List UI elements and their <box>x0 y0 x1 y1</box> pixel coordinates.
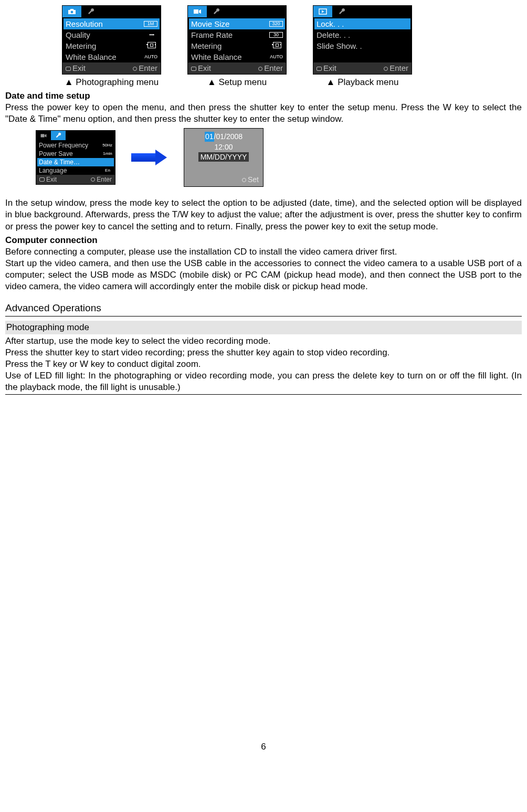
menu-label: Power Frequency <box>39 142 88 150</box>
power-icon <box>66 67 71 71</box>
exit-label: Exit <box>72 64 86 72</box>
menu-label: Slide Show. . <box>317 41 362 51</box>
menu-value: En <box>103 168 112 173</box>
dot-icon <box>384 67 388 71</box>
power-icon <box>39 177 45 182</box>
power-icon <box>191 67 196 71</box>
menu-item[interactable]: Power Frequency50Hz <box>37 141 114 150</box>
setup-menu-screen: Movie Size320 Frame Rate30 Metering Whit… <box>187 5 287 75</box>
menu-value: AUTO <box>270 54 283 60</box>
computer-connection-heading: Computer connection <box>5 235 522 246</box>
mode-paragraph-2: Press the shutter key to start video rec… <box>5 347 522 358</box>
menu-value: 30 <box>269 32 283 38</box>
menu-item[interactable]: Metering <box>189 40 285 51</box>
setup-menu-col: Movie Size320 Frame Rate30 Metering Whit… <box>187 5 287 88</box>
enter-label: Enter <box>139 64 157 72</box>
exit-label: Exit <box>323 64 336 72</box>
playback-menu-caption: Playback menu <box>326 77 399 88</box>
play-tab-icon <box>313 6 332 17</box>
metering-icon <box>146 42 157 50</box>
arrow-icon <box>131 150 168 165</box>
menu-item[interactable]: Frame Rate30 <box>189 29 285 40</box>
menu-value: 320 <box>269 21 283 27</box>
menu-item <box>314 51 410 62</box>
advanced-operations-heading: Advanced Operations <box>5 302 522 315</box>
datetime-paragraph: Press the power key to open the menu, an… <box>5 102 522 125</box>
video-tab-icon <box>36 131 51 140</box>
menu-item[interactable]: LanguageEn <box>37 166 114 175</box>
metering-icon <box>271 42 283 50</box>
menu-item[interactable]: White BalanceAUTO <box>189 51 285 62</box>
menu-item[interactable]: Date & Time… <box>37 158 114 166</box>
dot-icon <box>258 67 262 71</box>
mode-paragraph-4: Use of LED fill light: In the photograph… <box>5 370 522 393</box>
dt-time: 12:00 <box>184 142 263 152</box>
menu-label: Date & Time… <box>39 159 80 167</box>
setup-menu-caption: Setup menu <box>207 77 267 88</box>
enter-label: Enter <box>97 176 112 183</box>
dt-format: MM/DD/YYYY <box>198 152 249 162</box>
photographing-mode-heading: Photographing mode <box>5 321 522 334</box>
menu-label: Movie Size <box>191 19 229 29</box>
exit-label: Exit <box>198 64 211 72</box>
menu-label: Lock. . . <box>317 19 344 29</box>
menu-label: White Balance <box>191 52 242 62</box>
dot-icon <box>133 67 137 71</box>
datetime-illustration: Power Frequency50Hz Power Save1min Date … <box>36 128 522 187</box>
photo-menu-col: Resolution1M Quality▪▪▪ Metering White B… <box>62 5 161 88</box>
cc-paragraph-1: Before connecting a computer, please use… <box>5 246 522 258</box>
playback-menu-col: Lock. . . Delete. . . Slide Show. . Exit… <box>313 5 412 88</box>
wrench-tab-icon <box>81 6 100 17</box>
menu-label: Frame Rate <box>191 30 233 40</box>
enter-label: Enter <box>264 64 283 72</box>
datetime-heading: Date and time setup <box>5 90 522 102</box>
wrench-tab-icon <box>51 131 66 140</box>
enter-label: Enter <box>389 64 408 72</box>
top-menu-row: Resolution1M Quality▪▪▪ Metering White B… <box>62 5 522 88</box>
menu-label: Resolution <box>66 19 103 29</box>
wrench-tab-icon <box>207 6 226 17</box>
svg-point-0 <box>71 11 73 14</box>
set-label: Set <box>248 175 259 184</box>
photo-menu-caption: Photographing menu <box>65 77 159 88</box>
svg-rect-3 <box>41 134 45 137</box>
setup-window-paragraph: In the setup window, press the mode key … <box>5 197 522 232</box>
menu-footer: Exit Enter <box>62 62 161 74</box>
menu-item[interactable]: Delete. . . <box>314 29 410 40</box>
menu-label: Power Save <box>39 150 73 159</box>
dot-icon <box>91 177 95 182</box>
menu-label: Delete. . . <box>317 30 350 40</box>
quality-icon: ▪▪▪ <box>146 32 157 38</box>
menu-footer: Exit Enter <box>188 62 286 74</box>
dt-month[interactable]: 01 <box>205 132 214 141</box>
menu-footer: Exit Enter <box>313 62 412 74</box>
playback-menu-screen: Lock. . . Delete. . . Slide Show. . Exit… <box>313 5 412 75</box>
menu-label: White Balance <box>66 52 117 62</box>
divider <box>5 316 522 317</box>
video-tab-icon <box>188 6 207 17</box>
menu-item[interactable]: Resolution1M <box>64 18 160 29</box>
menu-item[interactable]: Power Save1min <box>37 150 114 158</box>
menu-item[interactable]: Slide Show. . <box>314 40 410 51</box>
menu-value: 1min <box>103 151 112 156</box>
menu-item[interactable]: Quality▪▪▪ <box>64 29 160 40</box>
menu-value: AUTO <box>144 54 157 60</box>
menu-label: Language <box>39 167 67 175</box>
menu-item[interactable]: Metering <box>64 40 160 51</box>
menu-item[interactable]: Movie Size320 <box>189 18 285 29</box>
mode-paragraph-3: Press the T key or W key to conduct digi… <box>5 358 522 370</box>
dt-rest: /01/2008 <box>214 132 243 141</box>
exit-label: Exit <box>46 176 57 183</box>
menu-label: Metering <box>66 41 96 51</box>
menu-footer: Exit Enter <box>36 175 115 184</box>
menu-item[interactable]: White BalanceAUTO <box>64 51 160 62</box>
menu-label: Metering <box>191 41 222 51</box>
page-number: 6 <box>5 741 522 753</box>
power-icon <box>317 67 322 71</box>
menu-value: 50Hz <box>102 143 112 148</box>
menu-item[interactable]: Lock. . . <box>314 18 410 29</box>
menu-label: Quality <box>66 30 90 40</box>
photo-menu-screen: Resolution1M Quality▪▪▪ Metering White B… <box>62 5 161 75</box>
datetime-panel: 01/01/2008 12:00 MM/DD/YYYY Set <box>184 128 264 187</box>
divider <box>5 394 522 395</box>
